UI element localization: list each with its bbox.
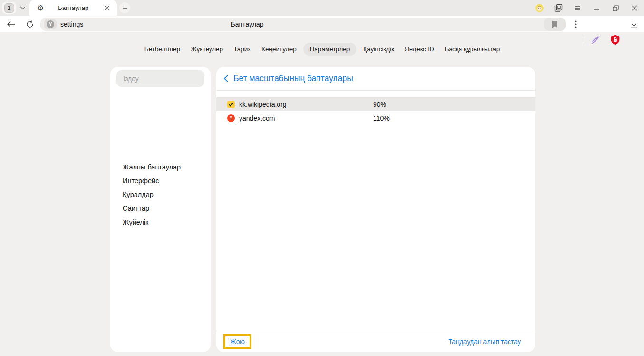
settings-sidebar: Жалпы баптаулар Интерфейс Құралдар Сайтт…: [110, 67, 211, 352]
page-title: Баптаулар: [209, 18, 285, 31]
reload-icon[interactable]: [25, 19, 35, 29]
bookmark-button[interactable]: [544, 18, 566, 31]
list-spacer: [216, 125, 535, 331]
delete-button-highlight: Жою: [223, 334, 251, 349]
tab-settings[interactable]: Параметрлер: [303, 43, 357, 56]
sidebar-item-interface[interactable]: Интерфейс: [123, 174, 159, 188]
side-panels-icon[interactable]: [553, 3, 564, 13]
site-name: yandex.com: [239, 114, 275, 122]
address-bar[interactable]: Y settings Баптаулар: [40, 18, 566, 31]
yandex-favicon: Y: [227, 114, 235, 122]
tab-bookmarks[interactable]: Бетбелгілер: [139, 43, 185, 56]
sidebar-item-tools[interactable]: Құралдар: [123, 188, 154, 202]
back-icon[interactable]: [6, 19, 16, 29]
new-tab-button[interactable]: [119, 2, 130, 13]
address-toolbar: Y settings Баптаулар: [0, 16, 644, 32]
zoom-row-yandex[interactable]: Y yandex.com 110%: [216, 111, 535, 125]
settings-nav-tabs: Бетбелгілер Жүктеулер Тарих Кеңейтулер П…: [0, 42, 644, 56]
window-minimize-button[interactable]: [591, 3, 602, 13]
sidebar-item-sites[interactable]: Сайттар: [123, 202, 149, 215]
site-name: kk.wikipedia.org: [239, 101, 287, 108]
list-top-gap: [216, 91, 535, 97]
yandex-logo-icon: Y: [47, 20, 54, 28]
tab-list-chevron-down-icon[interactable]: [18, 3, 28, 12]
bookmark-icon: [552, 21, 558, 28]
row-checkbox[interactable]: [227, 101, 235, 108]
tab-yandex-id[interactable]: Яндекс ID: [399, 43, 440, 56]
sidebar-item-general[interactable]: Жалпы баптаулар: [123, 160, 181, 174]
site-favicon: Y: [227, 114, 235, 122]
panel-footer: Жою Таңдаудан алып тастау: [216, 331, 535, 352]
gear-icon: ⚙: [37, 3, 44, 12]
site-badge[interactable]: Y: [44, 19, 57, 29]
tab-title: Баптаулар: [44, 4, 103, 11]
back-chevron-icon[interactable]: [222, 75, 230, 83]
deselect-link[interactable]: Таңдаудан алып тастау: [448, 338, 521, 346]
checkbox-checked-icon: [227, 101, 235, 108]
tab-count: 1: [4, 3, 14, 13]
page-zoom-settings-panel: Бет масштабының баптаулары kk.wikipedia.…: [216, 67, 535, 352]
panel-header: Бет масштабының баптаулары: [216, 67, 535, 90]
tab-bar: 1 ⚙ Баптаулар: [0, 0, 644, 16]
browser-tab-settings[interactable]: ⚙ Баптаулар: [29, 0, 117, 16]
tab-security[interactable]: Қауіпсіздік: [358, 43, 399, 56]
downloads-icon[interactable]: [629, 19, 639, 29]
url-text[interactable]: settings: [60, 18, 83, 31]
tab-downloads[interactable]: Жүктеулер: [185, 43, 228, 56]
menu-hamburger-icon[interactable]: [572, 3, 583, 13]
delete-button[interactable]: Жою: [230, 338, 245, 346]
tab-close-icon[interactable]: [103, 4, 111, 12]
tab-extensions[interactable]: Кеңейтулер: [256, 43, 302, 56]
window-close-button[interactable]: [629, 3, 640, 13]
window-restore-button[interactable]: [610, 3, 621, 13]
tab-history[interactable]: Тарих: [228, 43, 256, 56]
profile-avatar[interactable]: [534, 3, 545, 13]
search-input[interactable]: [116, 70, 204, 87]
zoom-value: 110%: [373, 114, 390, 122]
panel-title: Бет масштабының баптаулары: [233, 74, 353, 84]
sidebar-item-system[interactable]: Жүйелік: [123, 215, 148, 229]
zoom-value: 90%: [373, 101, 386, 108]
zoom-row-wikipedia[interactable]: kk.wikipedia.org 90%: [216, 97, 535, 111]
tab-counter-button[interactable]: 1: [2, 2, 16, 14]
extensions-kebab-icon[interactable]: [571, 19, 580, 29]
tab-other-devices[interactable]: Басқа құрылғылар: [440, 43, 505, 56]
